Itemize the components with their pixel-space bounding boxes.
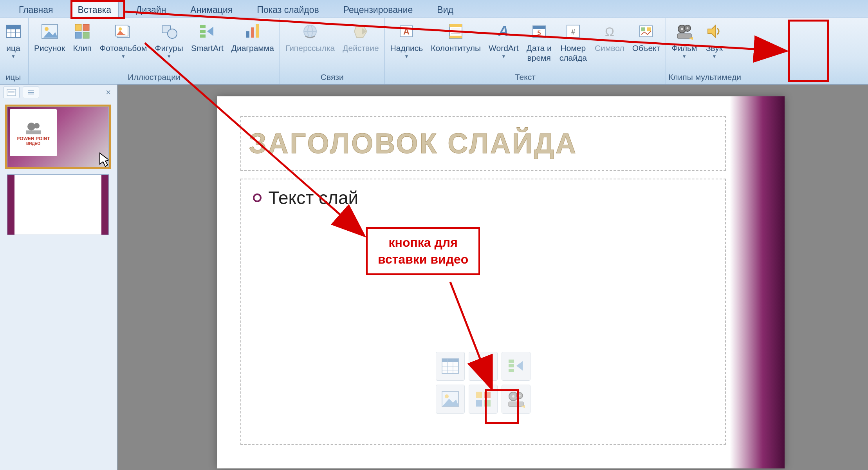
content-placeholder[interactable]: Текст слай (240, 179, 726, 445)
chart-button[interactable]: Диаграмма (228, 20, 277, 54)
svg-rect-75 (509, 360, 514, 363)
svg-rect-90 (509, 402, 523, 407)
svg-text:#: # (571, 28, 575, 36)
slide-theme-gradient (730, 96, 785, 468)
tab-view[interactable]: Вид (430, 2, 460, 18)
svg-rect-72 (476, 367, 480, 374)
ribbon-group-links: Гиперссылка Действие Связи (280, 18, 385, 84)
textbox-button[interactable]: A Надпись ▼ (387, 20, 426, 61)
insert-table-icon[interactable] (436, 352, 465, 381)
table-icon (4, 22, 23, 41)
table-button[interactable]: ица ▼ (1, 20, 26, 61)
movie-button[interactable]: Фильм ▼ (668, 20, 700, 61)
outline-tab[interactable] (23, 87, 39, 98)
picture-button[interactable]: Рисунок (31, 20, 68, 54)
slide-canvas[interactable]: ЗАГОЛОВОК СЛАЙДА Текст слай (217, 96, 785, 468)
chart-icon (243, 22, 262, 41)
svg-rect-77 (509, 369, 514, 372)
action-button: Действие (339, 20, 382, 54)
symbol-icon: Ω (600, 22, 619, 41)
wordart-icon: A (494, 22, 513, 41)
svg-rect-9 (75, 24, 81, 31)
group-label-illustrations: Иллюстрации (31, 71, 277, 84)
cursor-icon (98, 152, 109, 167)
slides-tab[interactable] (3, 87, 20, 98)
annotation-label: кнопка для вставки видео (366, 227, 480, 275)
tab-insert[interactable]: Вставка (70, 1, 119, 18)
picture-icon (40, 22, 59, 41)
insert-media-icon[interactable] (502, 385, 531, 414)
svg-point-62 (27, 123, 35, 130)
title-text: ЗАГОЛОВОК СЛАЙДА (249, 127, 578, 159)
slide-thumbnail-1[interactable]: POWER POINT ВИДЕО (7, 107, 109, 167)
svg-rect-5 (6, 25, 20, 29)
dropdown-arrow-icon: ▼ (167, 54, 171, 59)
object-button[interactable]: Объект (629, 20, 664, 54)
shapes-button[interactable]: Фигуры ▼ (152, 20, 186, 61)
clip-button[interactable]: Клип (70, 20, 95, 54)
svg-rect-19 (200, 25, 206, 28)
svg-rect-25 (256, 24, 259, 38)
tab-home[interactable]: Главная (12, 2, 60, 18)
object-icon (637, 22, 655, 41)
ribbon-group-illustrations: Рисунок Клип Фотоальбом ▼ Фигуры (29, 18, 280, 84)
svg-rect-73 (481, 363, 484, 374)
action-icon (351, 22, 370, 41)
smartart-icon (198, 22, 217, 41)
slide-thumbnail-panel: × POWER POINT ВИДЕО (0, 85, 117, 470)
action-label: Действие (343, 43, 379, 53)
svg-rect-47 (641, 27, 645, 31)
chart-label: Диаграмма (231, 43, 274, 53)
insert-chart-icon[interactable] (469, 352, 498, 381)
svg-rect-24 (251, 27, 254, 38)
datetime-button[interactable]: 5 Дата и время (523, 20, 555, 64)
title-placeholder[interactable]: ЗАГОЛОВОК СЛАЙДА (240, 116, 726, 171)
sound-button[interactable]: Звук ▼ (702, 20, 727, 61)
svg-text:A: A (403, 27, 410, 36)
datetime-label: Дата и время (527, 43, 552, 63)
slide-thumbnail-2[interactable] (7, 174, 109, 235)
svg-rect-67 (442, 359, 458, 362)
insert-picture-icon[interactable] (436, 385, 465, 414)
svg-point-89 (518, 395, 520, 397)
sound-icon (705, 22, 724, 41)
smartart-button[interactable]: SmartArt (188, 20, 227, 54)
insert-clipart-icon[interactable] (469, 385, 498, 414)
svg-rect-85 (484, 400, 491, 407)
movie-icon (675, 22, 694, 41)
slidenum-label: Номер слайда (559, 43, 587, 63)
svg-rect-23 (246, 31, 249, 38)
svg-rect-74 (486, 360, 489, 374)
shapes-icon (160, 22, 179, 41)
sound-label: Звук (706, 43, 723, 53)
photoalbum-button[interactable]: Фотоальбом ▼ (96, 20, 150, 61)
svg-marker-78 (516, 361, 523, 371)
content-insert-icons (436, 352, 531, 414)
wordart-button[interactable]: A WordArt ▼ (485, 20, 522, 61)
dropdown-arrow-icon: ▼ (501, 54, 506, 59)
tab-design[interactable]: Дизайн (129, 2, 173, 18)
hyperlink-label: Гиперссылка (285, 43, 335, 53)
dropdown-arrow-icon: ▼ (682, 54, 687, 59)
svg-rect-12 (83, 32, 89, 38)
tab-review[interactable]: Рецензирование (336, 2, 420, 18)
dropdown-arrow-icon: ▼ (121, 54, 126, 59)
tab-slideshow[interactable]: Показ слайдов (250, 2, 326, 18)
svg-rect-48 (647, 27, 651, 31)
svg-point-80 (445, 394, 449, 398)
slidenum-button[interactable]: # Номер слайда (556, 20, 590, 64)
svg-rect-82 (476, 392, 482, 398)
smartart-label: SmartArt (191, 43, 224, 53)
headerfooter-button[interactable]: Колонтитулы (428, 20, 484, 54)
picture-label: Рисунок (34, 43, 65, 53)
svg-text:5: 5 (537, 30, 541, 36)
textbox-label: Надпись (390, 43, 423, 53)
insert-smartart-icon[interactable] (502, 352, 531, 381)
headerfooter-icon (446, 22, 465, 41)
ribbon-group-text: A Надпись ▼ Колонтитулы A WordArt ▼ (385, 18, 666, 84)
panel-close-button[interactable]: × (103, 87, 114, 98)
group-label-text: Текст (387, 71, 664, 84)
textbox-icon: A (397, 22, 416, 41)
tab-animation[interactable]: Анимация (183, 2, 240, 18)
movie-label: Фильм (671, 43, 697, 53)
